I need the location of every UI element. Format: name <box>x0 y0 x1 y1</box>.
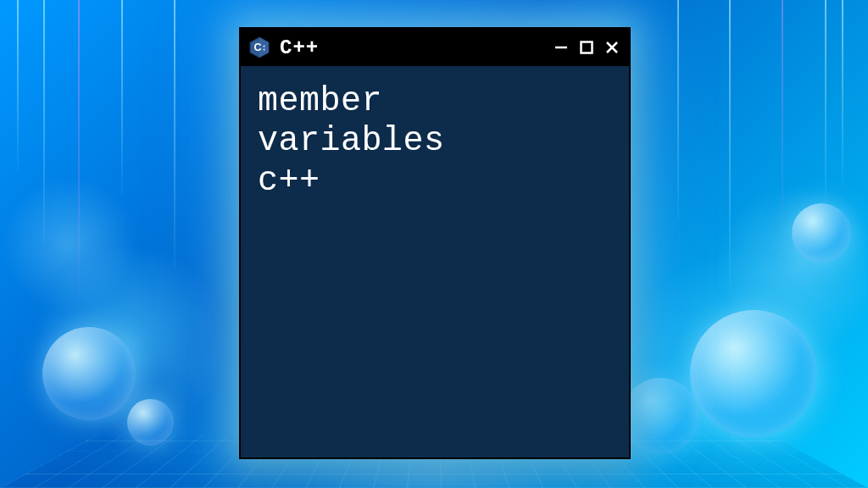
cpp-hexagon-icon: C + + <box>248 36 271 59</box>
window-title: C++ <box>280 36 544 59</box>
content-line: member <box>258 82 382 120</box>
close-button[interactable] <box>604 39 620 56</box>
minimize-button[interactable] <box>553 39 570 56</box>
maximize-button[interactable] <box>578 39 595 56</box>
app-window: C + + C++ member variables c++ <box>239 27 631 459</box>
glow-orb <box>690 310 817 437</box>
glow-orb <box>792 203 851 263</box>
window-controls <box>553 39 620 56</box>
svg-text:+: + <box>263 47 265 52</box>
titlebar[interactable]: C + + C++ <box>241 29 629 66</box>
glow-orb <box>42 327 136 420</box>
editor-content: member variables c++ <box>241 66 629 458</box>
content-line: c++ <box>258 162 320 200</box>
content-line: variables <box>258 122 445 160</box>
svg-rect-6 <box>581 42 593 53</box>
svg-text:C: C <box>253 42 261 53</box>
glow-orb <box>622 378 698 454</box>
glow-orb <box>127 399 174 446</box>
